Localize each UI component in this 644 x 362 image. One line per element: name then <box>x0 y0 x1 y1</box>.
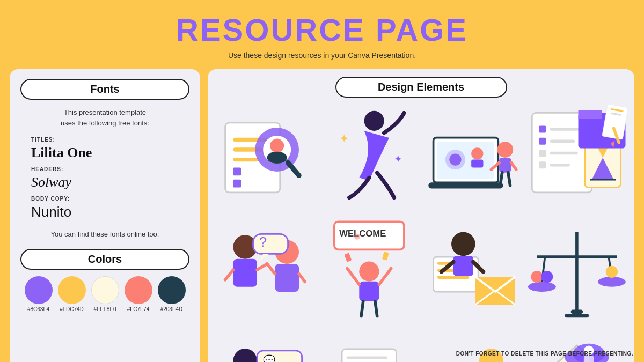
svg-marker-49 <box>259 254 269 262</box>
swatch-dark-label: #203E4D <box>160 306 183 312</box>
icon-laptop-person <box>423 103 523 212</box>
design-elements-header: Design Elements <box>335 77 507 98</box>
svg-rect-5 <box>233 180 241 188</box>
svg-point-19 <box>471 148 483 160</box>
svg-line-10 <box>288 162 299 175</box>
swatch-cream-circle <box>91 276 119 304</box>
font-label-titles: TITLES: <box>31 137 189 143</box>
svg-rect-65 <box>437 276 469 279</box>
svg-rect-34 <box>539 162 546 169</box>
icons-grid: ✦ ✦ <box>215 103 627 362</box>
icon-search-person <box>215 103 315 212</box>
icon-dancing-person: ✦ ✦ <box>319 103 419 212</box>
svg-rect-47 <box>253 234 288 254</box>
svg-text:✦: ✦ <box>339 132 349 145</box>
swatch-purple: #8C63F4 <box>25 276 53 312</box>
left-panel: Fonts This presentation templateuses the… <box>10 69 200 362</box>
svg-rect-95 <box>346 357 387 359</box>
swatch-purple-label: #8C63F4 <box>27 306 49 312</box>
right-panel: Design Elements <box>208 69 634 362</box>
icon-balance-scale <box>527 217 627 326</box>
svg-point-77 <box>598 277 626 287</box>
svg-point-79 <box>541 271 553 283</box>
svg-text:WELCOME: WELCOME <box>339 228 386 239</box>
svg-line-42 <box>257 264 267 270</box>
icon-welcome-person: WELCOME <box>319 217 419 326</box>
icon-house-cloud <box>527 331 627 362</box>
svg-rect-53 <box>344 253 352 262</box>
svg-rect-82 <box>565 313 589 317</box>
icon-hired-person: HIRED <box>319 331 419 362</box>
swatch-yellow-circle <box>58 276 86 304</box>
svg-rect-66 <box>453 256 473 276</box>
svg-rect-54 <box>382 252 389 261</box>
svg-rect-94 <box>342 349 396 362</box>
swatch-dark-circle <box>158 276 186 304</box>
svg-line-41 <box>225 270 233 280</box>
svg-text:💬: 💬 <box>263 354 276 362</box>
svg-rect-28 <box>539 126 546 133</box>
svg-point-8 <box>270 139 284 153</box>
svg-line-60 <box>375 301 377 316</box>
font-label-body: BODY COPY: <box>31 196 189 202</box>
swatch-cream: #FEF8E0 <box>91 276 119 312</box>
font-name-body: Nunito <box>31 204 189 220</box>
svg-rect-30 <box>539 138 546 145</box>
svg-rect-32 <box>539 150 546 157</box>
svg-text:?: ? <box>259 234 267 250</box>
svg-point-21 <box>497 142 513 158</box>
svg-rect-3 <box>233 158 258 161</box>
icon-sitting-person: 💬 <box>215 331 315 362</box>
svg-line-24 <box>511 162 516 169</box>
svg-rect-35 <box>550 164 570 167</box>
svg-rect-40 <box>233 258 257 286</box>
svg-rect-4 <box>233 168 241 176</box>
svg-point-9 <box>267 152 287 164</box>
colors-header: Colors <box>20 249 189 270</box>
page-subtitle: Use these design resources in your Canva… <box>0 51 644 60</box>
svg-rect-22 <box>499 158 511 173</box>
fonts-description: This presentation templateuses the follo… <box>20 107 189 128</box>
font-label-headers: HEADERS: <box>31 166 189 172</box>
page-title: RESOURCE PAGE <box>0 0 644 48</box>
svg-line-59 <box>361 301 363 316</box>
svg-text:✦: ✦ <box>394 153 402 165</box>
fonts-note: You can find these fonts online too. <box>20 230 189 238</box>
svg-rect-44 <box>275 264 299 292</box>
icon-two-people: ? <box>215 217 315 326</box>
svg-rect-31 <box>550 140 575 143</box>
swatch-yellow: #FDC74D <box>58 276 86 312</box>
swatch-dark: #203E4D <box>158 276 186 312</box>
svg-rect-56 <box>359 282 379 301</box>
icon-document-hourglass <box>527 103 627 212</box>
font-entries: TITLES: Lilita One HEADERS: Solway BODY … <box>20 137 189 220</box>
svg-point-55 <box>359 262 379 282</box>
font-name-titles: Lilita One <box>31 145 189 161</box>
svg-line-57 <box>347 269 359 285</box>
swatch-cream-label: #FEF8E0 <box>93 306 116 312</box>
svg-point-52 <box>354 234 360 240</box>
svg-point-86 <box>233 349 257 362</box>
footer-note: DON'T FORGET TO DELETE THIS PAGE BEFORE … <box>456 351 633 357</box>
svg-point-75 <box>528 282 556 292</box>
svg-point-18 <box>449 154 461 166</box>
svg-line-25 <box>500 173 502 186</box>
swatch-coral: #FC7F74 <box>125 276 152 312</box>
colors-section: Colors #8C63F4 #FDC74D #FEF8E0 #FC7F74 <box>20 249 189 312</box>
fonts-header: Fonts <box>20 79 189 100</box>
svg-line-58 <box>379 269 391 285</box>
svg-line-45 <box>267 264 275 274</box>
svg-line-46 <box>299 274 305 282</box>
font-name-headers: Solway <box>31 174 189 190</box>
svg-point-11 <box>364 111 384 131</box>
icon-person-reading <box>423 217 523 326</box>
swatch-purple-circle <box>25 276 53 304</box>
color-swatches: #8C63F4 #FDC74D #FEF8E0 #FC7F74 #203E4D <box>20 276 189 312</box>
swatch-coral-circle <box>125 276 152 304</box>
main-content: Fonts This presentation templateuses the… <box>0 63 644 362</box>
svg-rect-81 <box>571 309 583 313</box>
svg-point-61 <box>451 232 475 256</box>
svg-rect-20 <box>471 160 483 168</box>
icon-video-headphone <box>423 331 523 362</box>
svg-rect-16 <box>428 183 503 189</box>
